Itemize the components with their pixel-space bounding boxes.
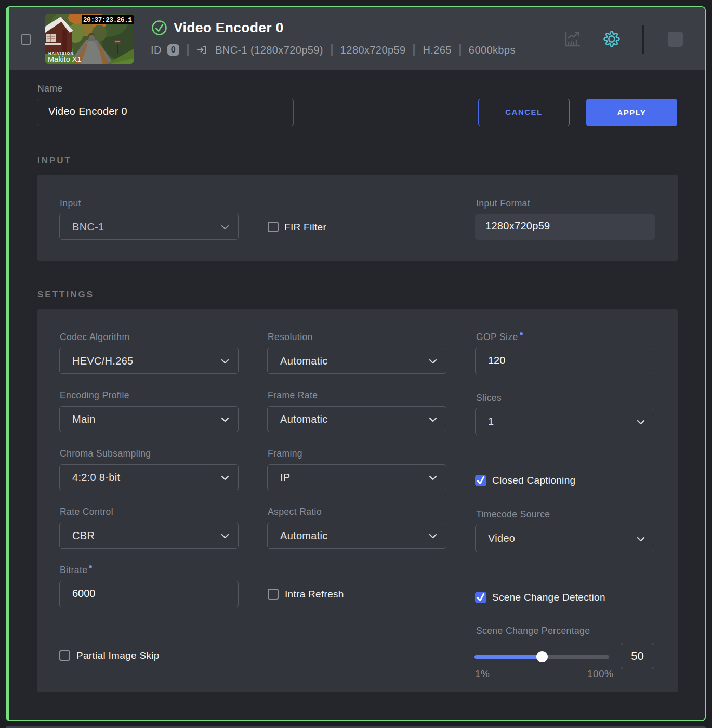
svg-text:Makito X1: Makito X1 bbox=[48, 55, 81, 63]
svg-text:20:37:23.26.1: 20:37:23.26.1 bbox=[83, 17, 132, 24]
